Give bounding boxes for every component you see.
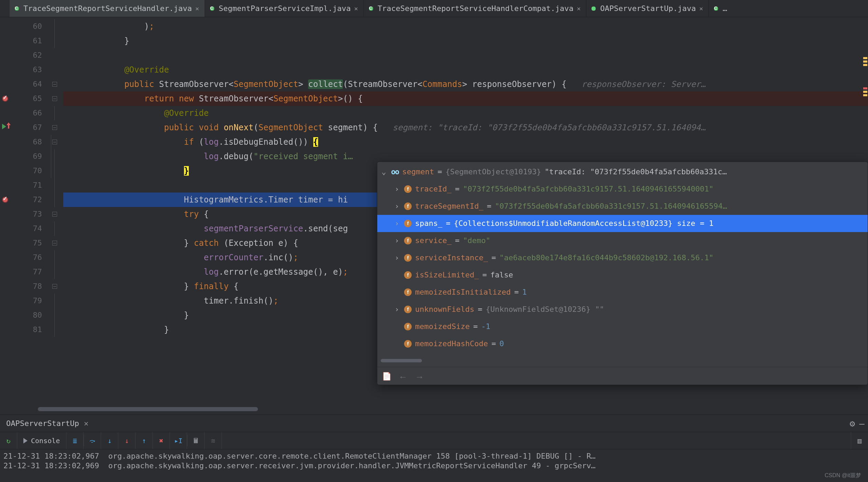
- variable-name: memoizedIsInitialized: [415, 287, 511, 297]
- expand-toggle[interactable]: ›: [393, 219, 401, 228]
- drop-frame-button[interactable]: ✖: [153, 432, 170, 449]
- close-icon[interactable]: ✕: [699, 4, 703, 13]
- variable-row[interactable]: ›fmemoizedIsInitialized = 1: [377, 284, 868, 301]
- close-icon[interactable]: ✕: [195, 4, 199, 13]
- variable-row[interactable]: ›fservice_ = "demo": [377, 232, 868, 249]
- step-out-button[interactable]: ↑: [135, 432, 153, 449]
- class-icon: [713, 6, 719, 12]
- variable-value: "073f2f55de0b4fa5afcbb60a331c9157.51.164…: [495, 201, 727, 211]
- debug-variables-popup[interactable]: ⌄ oo segment = {SegmentObject@10193} "tr…: [377, 162, 868, 385]
- code-line[interactable]: return new StreamObserver<SegmentObject>…: [63, 91, 868, 106]
- variable-row[interactable]: ›fmemoizedSize = -1: [377, 318, 868, 335]
- toolwindow-tab-oap[interactable]: OAPServerStartUp ✕: [0, 415, 95, 432]
- expand-toggle[interactable]: ›: [393, 305, 401, 314]
- variable-value: {UnknownFieldSet@10236} "": [486, 305, 604, 314]
- variable-row[interactable]: ›funknownFields = {UnknownFieldSet@10236…: [377, 301, 868, 318]
- variable-name: memoizedSize: [415, 322, 470, 331]
- new-watch-icon[interactable]: [382, 372, 391, 381]
- close-icon[interactable]: ✕: [577, 4, 581, 13]
- close-icon[interactable]: ✕: [354, 4, 358, 13]
- editor-horizontal-scrollbar[interactable]: [38, 406, 347, 412]
- fold-toggle[interactable]: [52, 241, 57, 245]
- code-line[interactable]: );: [63, 19, 868, 34]
- variable-row[interactable]: ›fserviceInstance_ = "ae6aceb80e174e8fa1…: [377, 249, 868, 266]
- rerun-button[interactable]: ↻: [0, 432, 17, 449]
- evaluate-button[interactable]: 🖩: [187, 432, 205, 449]
- fold-toggle[interactable]: [52, 284, 57, 289]
- code-line[interactable]: @Override: [63, 63, 868, 77]
- field-icon: f: [404, 254, 412, 262]
- code-line[interactable]: [63, 48, 868, 63]
- trace-button[interactable]: ≋: [205, 432, 222, 449]
- watermark: CSDN @it噩梦: [825, 472, 861, 479]
- expand-toggle[interactable]: ›: [393, 236, 401, 245]
- expand-toggle[interactable]: ⌄: [380, 167, 388, 177]
- breakpoint-icon[interactable]: [2, 197, 8, 203]
- tab-label: TraceSegmentReportServiceHandlerCompat.j…: [378, 4, 574, 13]
- step-over-button[interactable]: ⤼: [84, 432, 101, 449]
- line-number-gutter[interactable]: 60616263 64656667 68697071 72737475 7677…: [15, 17, 50, 415]
- debug-toolbar: ↻ Console ≣ ⤼ ↓ ↓ ↑ ✖ ▸I 🖩 ≋ ▥: [0, 432, 868, 449]
- variable-name: traceSegmentId_: [415, 201, 484, 211]
- forward-icon[interactable]: [415, 372, 424, 381]
- fold-toggle[interactable]: [52, 82, 57, 87]
- editor-tabs: TraceSegmentReportServiceHandler.java ✕ …: [0, 0, 868, 17]
- variable-row[interactable]: ›fmemoizedHashCode = 0: [377, 335, 868, 352]
- scrollbar-thumb[interactable]: [38, 407, 258, 411]
- debug-popup-toolbar: [377, 367, 868, 385]
- layout-button[interactable]: ▥: [851, 432, 868, 449]
- variable-row[interactable]: ›ftraceSegmentId_ = "073f2f55de0b4fa5afc…: [377, 198, 868, 215]
- code-line[interactable]: if (log.isDebugEnabled()) {: [63, 135, 868, 149]
- scrollbar-thumb[interactable]: [381, 359, 422, 362]
- breakpoint-icon[interactable]: [2, 96, 8, 102]
- minimize-icon[interactable]: —: [859, 419, 865, 428]
- code-line[interactable]: }: [63, 34, 868, 48]
- field-icon: f: [404, 340, 412, 348]
- fold-toggle[interactable]: [52, 125, 57, 130]
- tab-segment-parser-impl[interactable]: SegmentParserServiceImpl.java ✕: [205, 0, 364, 17]
- field-icon: f: [404, 220, 412, 227]
- variable-row[interactable]: ›fisSizeLimited_ = false: [377, 266, 868, 284]
- step-into-button[interactable]: ↓: [101, 432, 118, 449]
- field-icon: f: [404, 288, 412, 296]
- variable-row[interactable]: ›fspans_ = {Collections$UnmodifiableRand…: [377, 215, 868, 232]
- run-to-cursor-button[interactable]: ▸I: [170, 432, 187, 449]
- debug-variable-tree[interactable]: ⌄ oo segment = {SegmentObject@10193} "tr…: [377, 162, 868, 357]
- back-icon[interactable]: [399, 372, 408, 381]
- fold-gutter[interactable]: [50, 17, 63, 415]
- variable-row[interactable]: ›ftraceId_ = "073f2f55de0b4fa5afcbb60a33…: [377, 180, 868, 198]
- code-line[interactable]: @Override: [63, 106, 868, 120]
- threads-button[interactable]: ≣: [66, 432, 84, 449]
- variable-name: serviceInstance_: [415, 253, 488, 263]
- run-class-icon: [590, 6, 597, 12]
- fold-toggle[interactable]: [52, 140, 57, 144]
- class-icon: [209, 6, 215, 12]
- variable-value: 0: [499, 339, 504, 349]
- class-icon: [14, 6, 20, 12]
- class-icon: [368, 6, 374, 12]
- expand-toggle[interactable]: ›: [393, 201, 401, 211]
- close-icon[interactable]: ✕: [84, 419, 88, 428]
- console-output[interactable]: 21-12-31 18:23:02,967 org.apache.skywalk…: [0, 449, 868, 482]
- breakpoint-gutter[interactable]: [0, 17, 15, 415]
- fold-toggle[interactable]: [52, 212, 57, 217]
- variable-row-root[interactable]: ⌄ oo segment = {SegmentObject@10193} "tr…: [377, 163, 868, 180]
- debug-toolwindow: OAPServerStartUp ✕ ⚙ — ↻ Console ≣ ⤼ ↓ ↓…: [0, 415, 868, 482]
- tab-trace-segment-compat[interactable]: TraceSegmentReportServiceHandlerCompat.j…: [364, 0, 586, 17]
- variable-value: false: [490, 270, 513, 280]
- code-line[interactable]: public StreamObserver<SegmentObject> col…: [63, 77, 868, 91]
- fold-toggle[interactable]: [52, 96, 57, 101]
- debug-horizontal-scrollbar[interactable]: [381, 358, 864, 364]
- expand-toggle[interactable]: ›: [393, 184, 401, 194]
- field-icon: f: [404, 202, 412, 210]
- force-step-into-button[interactable]: ↓: [118, 432, 135, 449]
- tab-oap-startup[interactable]: OAPServerStartUp.java ✕: [586, 0, 709, 17]
- code-line[interactable]: public void onNext(SegmentObject segment…: [63, 120, 868, 135]
- tab-trace-segment-handler[interactable]: TraceSegmentReportServiceHandler.java ✕: [10, 0, 205, 17]
- tab-overflow[interactable]: …: [709, 0, 733, 17]
- tab-label: TraceSegmentReportServiceHandler.java: [23, 4, 192, 13]
- run-gutter-icon[interactable]: [2, 124, 6, 129]
- console-tab[interactable]: Console: [17, 432, 66, 449]
- expand-toggle[interactable]: ›: [393, 253, 401, 263]
- gear-icon[interactable]: ⚙: [850, 419, 855, 428]
